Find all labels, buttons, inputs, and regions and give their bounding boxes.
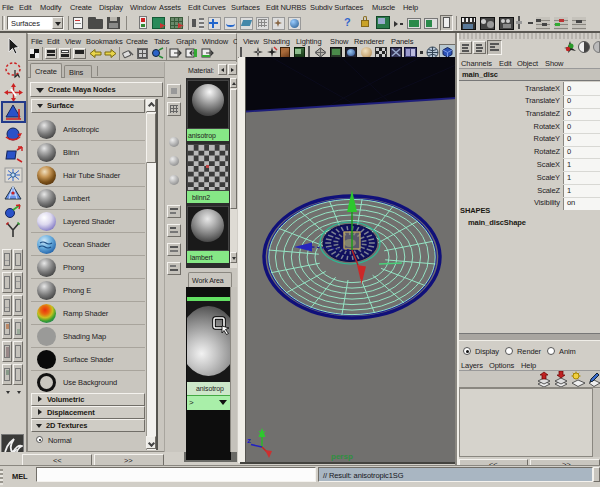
svg-text:z: z	[247, 436, 251, 445]
